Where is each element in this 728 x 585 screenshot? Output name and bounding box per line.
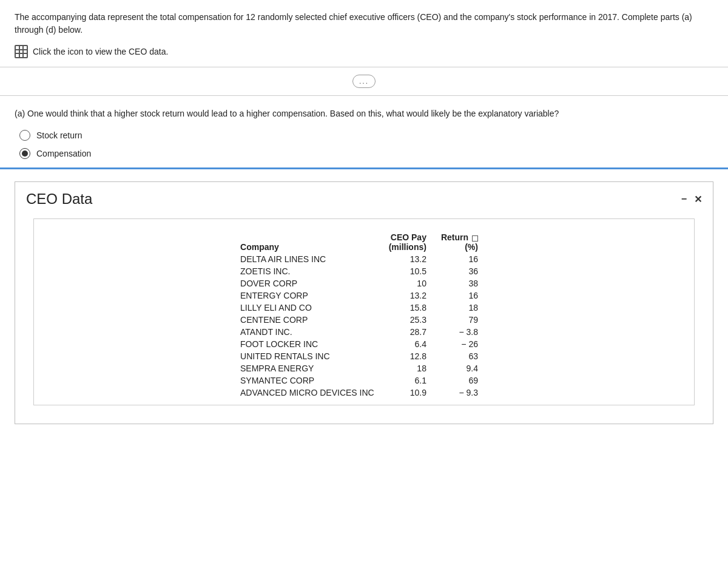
cell-return: 63: [439, 350, 490, 362]
cell-ceo-pay: 6.4: [386, 338, 439, 350]
table-row: DOVER CORP1038: [238, 277, 490, 289]
table-row: SYMANTEC CORP6.169: [238, 374, 490, 387]
grid-icon[interactable]: [15, 45, 28, 58]
divider-section: ...: [0, 67, 728, 96]
table-row: ADVANCED MICRO DEVICES INC10.9− 9.3: [238, 387, 490, 399]
return-header-line1: Return: [441, 232, 478, 242]
ceo-table-border: Company CEO Pay (millions) Return (%): [33, 218, 695, 405]
icon-click-label: Click the icon to view the CEO data.: [33, 47, 168, 56]
cell-company: LILLY ELI AND CO: [238, 302, 386, 314]
cell-return: − 9.3: [439, 387, 490, 399]
col-header-ceo-pay: CEO Pay (millions): [386, 231, 439, 253]
cell-return: 36: [439, 265, 490, 277]
ceo-table-body: DELTA AIR LINES INC13.216ZOETIS INC.10.5…: [238, 253, 490, 399]
cell-company: ADVANCED MICRO DEVICES INC: [238, 387, 386, 399]
cell-ceo-pay: 18: [386, 362, 439, 374]
table-row: ATANDT INC.28.7− 3.8: [238, 326, 490, 338]
cell-return: − 3.8: [439, 326, 490, 338]
ceo-window: CEO Data − ✕ Company CEO Pay (millions): [15, 181, 713, 424]
radio-item-stock-return[interactable]: Stock return: [19, 130, 713, 141]
ceo-window-title: CEO Data: [26, 191, 92, 208]
dots-pill: ...: [352, 75, 376, 88]
window-controls: − ✕: [681, 194, 702, 205]
col-header-return[interactable]: Return (%): [439, 231, 490, 253]
cell-company: SYMANTEC CORP: [238, 374, 386, 387]
cell-ceo-pay: 6.1: [386, 374, 439, 387]
cell-company: ATANDT INC.: [238, 326, 386, 338]
table-row: LILLY ELI AND CO15.818: [238, 302, 490, 314]
cell-company: ENTERGY CORP: [238, 289, 386, 302]
radio-label-stock-return: Stock return: [36, 130, 82, 140]
radio-item-compensation[interactable]: Compensation: [19, 148, 713, 159]
table-row: FOOT LOCKER INC6.4− 26: [238, 338, 490, 350]
radio-group: Stock return Compensation: [15, 130, 713, 159]
radio-compensation[interactable]: [19, 148, 30, 159]
cell-return: 38: [439, 277, 490, 289]
cell-return: 79: [439, 314, 490, 326]
return-header-line2: (%): [465, 242, 478, 252]
cell-company: DOVER CORP: [238, 277, 386, 289]
cell-return: 18: [439, 302, 490, 314]
ceo-table-container: Company CEO Pay (millions) Return (%): [15, 212, 713, 424]
cell-ceo-pay: 13.2: [386, 289, 439, 302]
cell-ceo-pay: 25.3: [386, 314, 439, 326]
cell-ceo-pay: 28.7: [386, 326, 439, 338]
table-row: DELTA AIR LINES INC13.216: [238, 253, 490, 265]
radio-stock-return[interactable]: [19, 130, 30, 141]
cell-company: SEMPRA ENERGY: [238, 362, 386, 374]
table-row: ENTERGY CORP13.216: [238, 289, 490, 302]
cell-ceo-pay: 13.2: [386, 253, 439, 265]
intro-text: The accompanying data represent the tota…: [15, 11, 713, 36]
radio-label-compensation: Compensation: [36, 149, 91, 158]
table-row: ZOETIS INC.10.536: [238, 265, 490, 277]
cell-return: 69: [439, 374, 490, 387]
table-row: CENTENE CORP25.379: [238, 314, 490, 326]
cell-company: FOOT LOCKER INC: [238, 338, 386, 350]
cell-ceo-pay: 10.5: [386, 265, 439, 277]
cell-company: CENTENE CORP: [238, 314, 386, 326]
company-header-label: Company: [240, 242, 279, 252]
cell-company: DELTA AIR LINES INC: [238, 253, 386, 265]
cell-return: − 26: [439, 338, 490, 350]
top-section: The accompanying data represent the tota…: [0, 0, 728, 67]
cell-ceo-pay: 12.8: [386, 350, 439, 362]
cell-ceo-pay: 10: [386, 277, 439, 289]
ceo-window-header: CEO Data − ✕: [15, 182, 713, 212]
cell-company: UNITED RENTALS INC: [238, 350, 386, 362]
cell-return: 16: [439, 289, 490, 302]
cell-ceo-pay: 10.9: [386, 387, 439, 399]
ceo-data-table: Company CEO Pay (millions) Return (%): [238, 231, 490, 399]
close-button[interactable]: ✕: [694, 194, 702, 205]
icon-click-row[interactable]: Click the icon to view the CEO data.: [15, 45, 713, 58]
ceo-pay-header-line1: CEO Pay: [389, 232, 426, 242]
table-row: UNITED RENTALS INC12.863: [238, 350, 490, 362]
question-text: (a) One would think that a higher stock …: [15, 107, 713, 120]
radio-compensation-fill: [22, 150, 28, 157]
col-header-company: Company: [238, 231, 386, 253]
ceo-pay-header-line2: (millions): [389, 242, 426, 252]
cell-return: 16: [439, 253, 490, 265]
table-row: SEMPRA ENERGY189.4: [238, 362, 490, 374]
minimize-button[interactable]: −: [681, 194, 687, 205]
question-section: (a) One would think that a higher stock …: [0, 96, 728, 169]
cell-return: 9.4: [439, 362, 490, 374]
cell-ceo-pay: 15.8: [386, 302, 439, 314]
sort-icon[interactable]: [472, 235, 478, 242]
cell-company: ZOETIS INC.: [238, 265, 386, 277]
